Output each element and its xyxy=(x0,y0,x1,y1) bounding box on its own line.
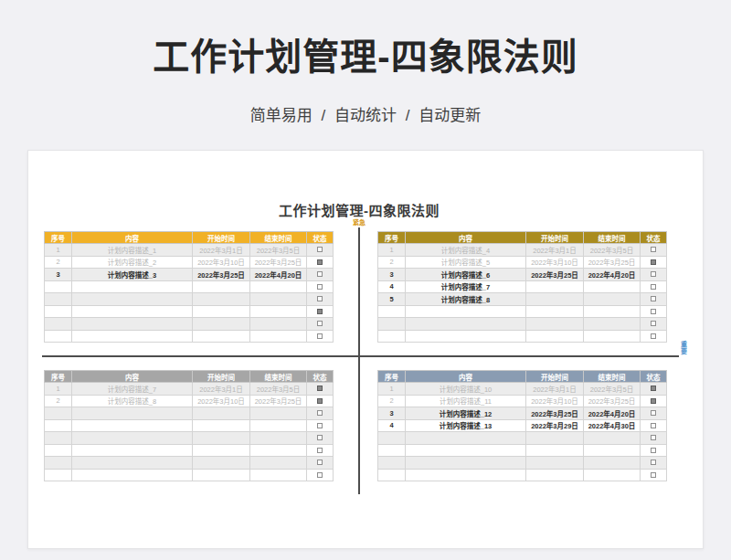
cell-status xyxy=(641,395,667,407)
cell-end-date xyxy=(250,305,307,318)
status-checkbox[interactable] xyxy=(651,321,656,326)
status-checkbox[interactable] xyxy=(317,448,323,453)
cell-status xyxy=(307,457,334,470)
status-checkbox[interactable] xyxy=(317,398,323,404)
cell-index: 2 xyxy=(378,395,406,407)
quadrant-top-left: 序号内容开始时间结束时间状态1计划内容描述_12022年3月1日2022年3月5… xyxy=(44,231,333,343)
status-checkbox[interactable] xyxy=(317,284,323,290)
cell-content xyxy=(406,457,526,470)
column-header: 开始时间 xyxy=(526,232,584,244)
cell-index xyxy=(45,432,72,445)
sheet-title: 工作计划管理-四象限法则 xyxy=(28,200,690,219)
status-checkbox[interactable] xyxy=(651,247,656,252)
status-checkbox[interactable] xyxy=(651,284,656,290)
status-checkbox[interactable] xyxy=(317,259,323,265)
column-header: 结束时间 xyxy=(250,232,307,244)
table-row: 5计划内容描述_8 xyxy=(378,293,667,306)
cell-status xyxy=(641,244,667,257)
status-checkbox[interactable] xyxy=(651,410,656,416)
status-checkbox[interactable] xyxy=(651,386,656,391)
cell-content xyxy=(406,318,526,331)
column-header: 结束时间 xyxy=(250,371,307,383)
cell-start-date xyxy=(193,419,250,432)
cell-start-date: 2022年3月29日 xyxy=(526,419,584,432)
status-checkbox[interactable] xyxy=(317,309,323,314)
cell-start-date: 2022年3月1日 xyxy=(526,244,584,257)
cell-index xyxy=(378,469,406,481)
cell-start-date xyxy=(526,318,584,331)
table-row xyxy=(45,469,334,481)
table-row: 2计划内容描述_52022年3月10日2022年3月25日 xyxy=(378,256,667,269)
status-checkbox[interactable] xyxy=(317,271,323,277)
cell-status xyxy=(307,395,334,407)
cell-status xyxy=(641,305,667,318)
status-checkbox[interactable] xyxy=(317,435,323,440)
cell-index xyxy=(45,419,72,432)
cell-end-date xyxy=(250,444,307,457)
cell-end-date: 2022年3月25日 xyxy=(250,395,307,407)
cell-index: 1 xyxy=(45,383,72,396)
cell-end-date xyxy=(250,407,307,420)
vertical-axis-line xyxy=(358,227,360,494)
cell-start-date xyxy=(193,293,250,306)
status-checkbox[interactable] xyxy=(317,247,323,252)
status-checkbox[interactable] xyxy=(651,435,656,440)
table-row xyxy=(378,432,667,445)
status-checkbox[interactable] xyxy=(317,321,323,326)
cell-content xyxy=(72,318,193,331)
status-checkbox[interactable] xyxy=(651,271,656,277)
column-header: 开始时间 xyxy=(193,232,250,244)
status-checkbox[interactable] xyxy=(317,386,323,391)
status-checkbox[interactable] xyxy=(651,296,656,301)
status-checkbox[interactable] xyxy=(651,423,656,428)
cell-start-date xyxy=(193,318,250,331)
cell-start-date xyxy=(193,407,250,420)
cell-start-date: 2022年3月10日 xyxy=(193,256,250,269)
table-row xyxy=(378,469,667,481)
status-checkbox[interactable] xyxy=(317,410,323,416)
table-row: 2计划内容描述_82022年3月10日2022年3月25日 xyxy=(45,395,334,407)
column-header: 结束时间 xyxy=(584,371,641,383)
cell-status xyxy=(641,293,667,306)
cell-status xyxy=(641,330,667,343)
table-row xyxy=(45,407,334,420)
status-checkbox[interactable] xyxy=(317,460,323,465)
status-checkbox[interactable] xyxy=(651,259,656,265)
cell-status xyxy=(307,269,334,281)
status-checkbox[interactable] xyxy=(651,460,656,465)
cell-index: 5 xyxy=(378,293,406,306)
cell-status xyxy=(307,432,334,445)
cell-start-date xyxy=(193,280,250,293)
cell-content xyxy=(72,407,193,420)
cell-index xyxy=(378,305,406,318)
plan-table-bottom-right: 序号内容开始时间结束时间状态1计划内容描述_102022年3月1日2022年3月… xyxy=(377,370,667,481)
status-checkbox[interactable] xyxy=(651,333,656,339)
table-row: 2计划内容描述_112022年3月10日2022年3月25日 xyxy=(378,395,667,407)
cell-content: 计划内容描述_3 xyxy=(72,269,193,281)
status-checkbox[interactable] xyxy=(651,398,656,404)
column-header: 状态 xyxy=(307,232,334,244)
table-row: 1计划内容描述_102022年3月1日2022年3月5日 xyxy=(378,383,667,396)
table-row: 3计划内容描述_122022年3月25日2022年4月20日 xyxy=(378,407,667,420)
cell-content: 计划内容描述_12 xyxy=(406,407,526,420)
quadrant-bottom-right: 序号内容开始时间结束时间状态1计划内容描述_102022年3月1日2022年3月… xyxy=(377,370,666,481)
cell-end-date: 2022年4月30日 xyxy=(584,419,641,432)
status-checkbox[interactable] xyxy=(317,296,323,301)
status-checkbox[interactable] xyxy=(651,309,656,314)
axis-label-urgent: 紧急 xyxy=(28,217,690,227)
status-checkbox[interactable] xyxy=(651,448,656,453)
cell-end-date: 2022年3月5日 xyxy=(584,383,641,396)
cell-end-date xyxy=(584,432,641,445)
status-checkbox[interactable] xyxy=(317,472,323,478)
cell-start-date: 2022年3月1日 xyxy=(193,383,250,396)
status-checkbox[interactable] xyxy=(317,423,323,428)
cell-start-date xyxy=(526,432,584,445)
cell-content: 计划内容描述_7 xyxy=(72,383,193,396)
cell-end-date xyxy=(250,457,307,470)
table-row xyxy=(378,457,667,470)
status-checkbox[interactable] xyxy=(317,333,323,339)
table-row: 3计划内容描述_32022年3月25日2022年4月20日 xyxy=(45,269,334,281)
plan-table-top-left: 序号内容开始时间结束时间状态1计划内容描述_12022年3月1日2022年3月5… xyxy=(44,231,334,343)
status-checkbox[interactable] xyxy=(651,472,656,478)
cell-start-date: 2022年3月25日 xyxy=(193,269,250,281)
